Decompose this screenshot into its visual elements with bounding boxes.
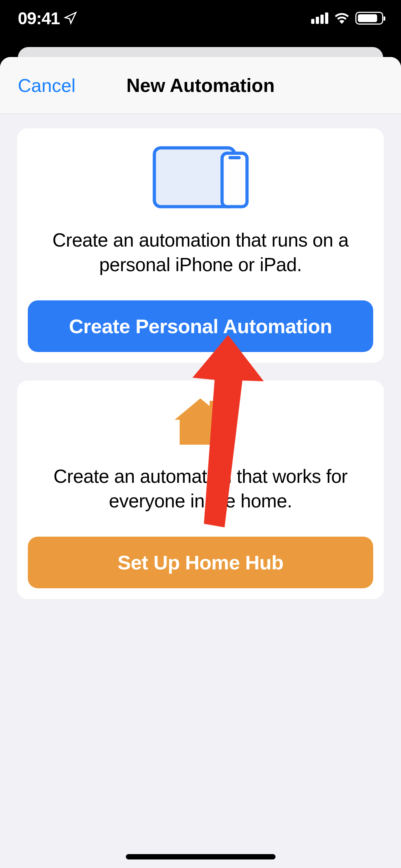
svg-rect-1: [222, 153, 247, 207]
svg-rect-3: [210, 401, 215, 415]
home-icon: [28, 398, 373, 445]
content-area: Create an automation that runs on a pers…: [0, 114, 401, 631]
wifi-icon: [334, 12, 350, 24]
status-indicators: [311, 12, 383, 25]
devices-icon: [28, 146, 373, 208]
home-indicator[interactable]: [126, 854, 276, 859]
create-personal-automation-button[interactable]: Create Personal Automation: [28, 300, 373, 352]
status-bar: 09:41: [0, 0, 401, 47]
personal-description: Create an automation that runs on a pers…: [28, 228, 373, 277]
location-icon: [63, 11, 77, 25]
modal-sheet: Cancel New Automation Create an automati…: [0, 57, 401, 868]
cellular-signal-icon: [311, 12, 328, 24]
home-automation-card: Create an automation that works for ever…: [17, 381, 384, 599]
status-time-area: 09:41: [18, 9, 77, 28]
battery-icon: [355, 12, 383, 25]
status-time: 09:41: [18, 9, 60, 28]
personal-automation-card: Create an automation that runs on a pers…: [17, 128, 384, 363]
svg-rect-2: [228, 156, 241, 159]
set-up-home-hub-button[interactable]: Set Up Home Hub: [28, 537, 373, 588]
navigation-header: Cancel New Automation: [0, 57, 401, 114]
cancel-button[interactable]: Cancel: [18, 75, 76, 96]
home-description: Create an automation that works for ever…: [28, 464, 373, 513]
